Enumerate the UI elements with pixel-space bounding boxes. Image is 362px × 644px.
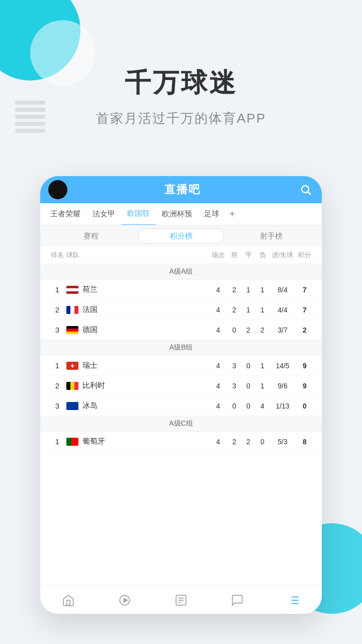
subtab-standings[interactable]: 积分榜: [138, 228, 224, 244]
gd: 14/5: [269, 362, 296, 370]
subtab-scorers[interactable]: 射手榜: [228, 228, 314, 244]
rank: 2: [48, 305, 66, 314]
pts: 9: [296, 362, 314, 370]
group-header-b: A级B组: [40, 340, 322, 356]
table-row[interactable]: 3 德国 4 0 2 2 3/7 2: [40, 320, 322, 340]
played: 4: [209, 306, 227, 314]
sub-tabs: 赛程 积分榜 射手榜: [40, 225, 322, 247]
gd: 9/6: [269, 382, 296, 390]
svg-point-4: [302, 186, 309, 193]
sub-title: 首家月活过千万的体育APP: [0, 110, 362, 127]
pts: 8: [296, 438, 314, 446]
phone-mockup: 无服务 29% 14:36 直播吧: [40, 176, 322, 614]
subtab-schedule[interactable]: 赛程: [48, 228, 134, 244]
table-header: 排名 球队 场次 胜 平 负 进/失球 积分: [40, 247, 322, 264]
loss: 0: [255, 438, 269, 446]
pts: 9: [296, 382, 314, 390]
pts: 7: [296, 306, 314, 314]
search-icon: [300, 184, 312, 196]
team-name: 德国: [66, 325, 209, 335]
tab-ouguolian[interactable]: 欧国联: [121, 203, 156, 225]
draw: 2: [241, 438, 255, 446]
app-logo[interactable]: [48, 180, 67, 199]
rank: 3: [48, 401, 66, 410]
tab-fanujia[interactable]: 法女甲: [86, 203, 121, 225]
app-title: 直播吧: [164, 182, 201, 197]
played: 4: [209, 438, 227, 446]
played: 4: [209, 362, 227, 370]
team-name: 比利时: [66, 381, 209, 390]
header-played: 场次: [209, 251, 227, 260]
draw: 0: [241, 362, 255, 370]
rank: 1: [48, 437, 66, 446]
draw: 1: [241, 286, 255, 294]
home-icon: [62, 594, 75, 607]
table-row[interactable]: 3 冰岛 4 0 0 4 1/13 0: [40, 396, 322, 416]
table-row[interactable]: 2 法国 4 2 1 1 4/4 7: [40, 300, 322, 320]
win: 2: [227, 306, 241, 314]
pts: 7: [296, 286, 314, 294]
loss: 1: [255, 306, 269, 314]
nav-home[interactable]: [40, 586, 97, 614]
header-gd: 进/失球: [269, 251, 296, 260]
standings-table[interactable]: A级A组 1 荷兰 4 2 1 1 8/4 7 2 法国 4 2: [40, 264, 322, 586]
gd: 5/3: [269, 438, 296, 446]
draw: 0: [241, 402, 255, 410]
header-rank: 排名: [48, 251, 66, 260]
nav-list[interactable]: [265, 586, 322, 614]
gd: 3/7: [269, 326, 296, 334]
flag-nl: [66, 286, 78, 294]
rank: 2: [48, 381, 66, 390]
nav-play[interactable]: [97, 586, 153, 614]
tab-wangzherongyao[interactable]: 王者荣耀: [44, 203, 86, 225]
draw: 2: [241, 326, 255, 334]
search-button[interactable]: [298, 182, 314, 198]
flag-ch: [66, 362, 78, 370]
chat-icon: [231, 594, 244, 607]
nav-tabs: 王者荣耀 法女甲 欧国联 欧洲杯预 足球 +: [40, 203, 322, 225]
hero-section: 千万球迷 首家月活过千万的体育APP: [0, 65, 362, 127]
header-team: 球队: [66, 251, 209, 260]
main-title: 千万球迷: [0, 65, 362, 101]
played: 4: [209, 382, 227, 390]
flag-pt: [66, 438, 78, 446]
rank: 1: [48, 361, 66, 370]
table-row[interactable]: 2 比利时 4 3 0 1 9/6 9: [40, 376, 322, 396]
flag-de: [66, 326, 78, 334]
table-row[interactable]: 1 荷兰 4 2 1 1 8/4 7: [40, 280, 322, 300]
loss: 1: [255, 362, 269, 370]
app-header: 直播吧: [40, 176, 322, 203]
tab-ouzhoupubei[interactable]: 欧洲杯预: [156, 203, 198, 225]
phone-content: 直播吧 王者荣耀 法女甲 欧国联 欧洲杯预 足球 + 赛程 积分榜 射手榜: [40, 176, 322, 586]
gd: 1/13: [269, 402, 296, 410]
win: 2: [227, 438, 241, 446]
flag-fr: [66, 306, 78, 314]
played: 4: [209, 402, 227, 410]
flag-is: [66, 402, 78, 410]
win: 3: [227, 362, 241, 370]
team-name: 法国: [66, 305, 209, 314]
tab-zuqiu[interactable]: 足球: [198, 203, 225, 225]
team-name: 荷兰: [66, 285, 209, 294]
group-header-a: A级A组: [40, 264, 322, 280]
win: 0: [227, 326, 241, 334]
pts: 0: [296, 402, 314, 410]
nav-chat[interactable]: [209, 586, 265, 614]
loss: 4: [255, 402, 269, 410]
svg-line-5: [308, 192, 311, 195]
team-name: 葡萄牙: [66, 437, 209, 446]
tab-more[interactable]: +: [225, 208, 239, 220]
header-loss: 负: [255, 251, 269, 260]
flag-be: [66, 382, 78, 390]
table-row[interactable]: 1 葡萄牙 4 2 2 0 5/3 8: [40, 432, 322, 452]
team-name: 瑞士: [66, 361, 209, 370]
pts: 2: [296, 326, 314, 334]
header-pts: 积分: [296, 251, 314, 260]
win: 3: [227, 382, 241, 390]
table-row[interactable]: 1 瑞士 4 3 0 1 14/5 9: [40, 356, 322, 376]
gd: 8/4: [269, 286, 296, 294]
team-name: 冰岛: [66, 401, 209, 411]
played: 4: [209, 326, 227, 334]
svg-marker-8: [124, 598, 128, 602]
nav-news[interactable]: [153, 586, 209, 614]
